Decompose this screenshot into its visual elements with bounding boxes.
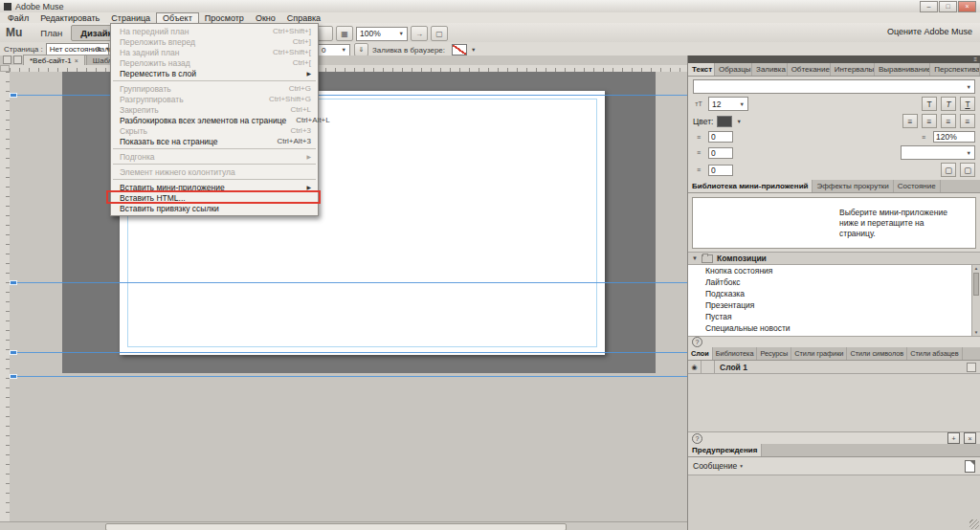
maximize-button[interactable]: □ bbox=[939, 1, 957, 12]
doc-nav-forward-icon[interactable] bbox=[13, 55, 22, 64]
delete-layer-button[interactable]: × bbox=[964, 432, 976, 444]
guide-line[interactable] bbox=[10, 282, 687, 283]
space-after-field[interactable] bbox=[708, 165, 733, 176]
close-button[interactable]: × bbox=[958, 1, 976, 12]
object-menu-item[interactable]: Скрыть Ctrl+3 bbox=[111, 125, 318, 136]
object-menu-item[interactable]: Подгонка ▶ bbox=[111, 151, 318, 162]
chevron-down-icon[interactable]: ▼ bbox=[471, 47, 476, 53]
layer-target-box[interactable] bbox=[967, 363, 976, 372]
italic-button[interactable]: T bbox=[941, 97, 956, 111]
close-tab-icon[interactable]: × bbox=[75, 57, 78, 64]
object-menu-item[interactable]: На передний план Ctrl+Shift+] bbox=[111, 26, 318, 36]
panel-tab[interactable]: Ресурсы bbox=[757, 347, 791, 360]
panel-tab[interactable]: Библиотека bbox=[713, 347, 758, 360]
layer-lock-cell[interactable] bbox=[702, 361, 715, 373]
object-menu-item[interactable]: Вставить HTML... bbox=[111, 192, 318, 203]
object-menu-item[interactable]: Разгруппировать Ctrl+Shift+G bbox=[111, 94, 318, 104]
fill-options-icon[interactable]: ▢ bbox=[431, 26, 448, 41]
guide-handle[interactable] bbox=[10, 280, 17, 285]
panel-tab[interactable]: Стили графики bbox=[791, 347, 847, 360]
object-menu-item[interactable]: На задний план Ctrl+Shift+[ bbox=[111, 47, 318, 57]
object-menu-item[interactable]: Закрепить Ctrl+L bbox=[111, 104, 318, 115]
document-tab[interactable]: *Веб-сайт-1 × bbox=[23, 55, 85, 65]
message-caret-icon[interactable]: ▾ bbox=[740, 463, 743, 469]
menubar-item[interactable]: Файл bbox=[2, 12, 34, 23]
guide-handle[interactable] bbox=[10, 350, 17, 355]
panel-menu-icon[interactable]: ≡ bbox=[973, 56, 977, 62]
scrollbar-thumb[interactable] bbox=[105, 523, 567, 530]
export-icon[interactable]: → bbox=[411, 26, 428, 41]
underline-button[interactable]: T bbox=[960, 97, 975, 111]
message-page-icon[interactable] bbox=[965, 460, 975, 473]
align-justify-button[interactable]: ≡ bbox=[960, 114, 975, 128]
guide-line[interactable] bbox=[10, 376, 687, 377]
leading-field[interactable] bbox=[933, 131, 975, 143]
panel-tab[interactable]: Библиотека мини-приложений bbox=[688, 180, 813, 192]
panel-tab[interactable]: Предупреждения bbox=[688, 444, 762, 456]
scrollbar-thumb[interactable] bbox=[973, 273, 979, 296]
new-layer-button[interactable]: + bbox=[947, 432, 960, 444]
corner-value-select[interactable]: 0 ▼ bbox=[318, 44, 350, 56]
object-menu-item[interactable]: Вставить мини-приложение ▶ bbox=[111, 182, 318, 192]
menubar-item[interactable]: Окно bbox=[250, 12, 281, 23]
panel-tab[interactable]: Эффекты прокрутки bbox=[813, 180, 893, 192]
object-menu-item[interactable]: Вставить привязку ссылки bbox=[111, 203, 318, 213]
object-menu-item[interactable]: Переложить назад Ctrl+[ bbox=[111, 57, 318, 68]
rate-adobe-muse-link[interactable]: Оцените Adobe Muse bbox=[887, 27, 972, 36]
panel-tab[interactable]: Перспектива bbox=[930, 63, 980, 76]
widget-group-header[interactable]: ▼ Композиции bbox=[688, 252, 980, 265]
text-color-swatch[interactable] bbox=[717, 116, 732, 127]
align-left-button[interactable]: ≡ bbox=[902, 114, 918, 128]
menubar-item[interactable]: Страница bbox=[105, 12, 156, 23]
layer-visibility-toggle[interactable]: ◉ bbox=[688, 361, 702, 373]
panel-tab[interactable]: Выравнивание bbox=[875, 63, 930, 76]
scroll-up-icon[interactable]: ▲ bbox=[972, 265, 980, 272]
object-menu-item[interactable]: Показать все на странице Ctrl+Alt+3 bbox=[111, 136, 318, 146]
panel-tab[interactable]: Состояние bbox=[894, 180, 941, 192]
menubar-item[interactable]: Справка bbox=[281, 12, 326, 23]
widget-list-item[interactable]: Лайтбокс bbox=[688, 276, 980, 288]
layer-row[interactable]: ◉ Слой 1 bbox=[688, 361, 980, 374]
guide-handle[interactable] bbox=[10, 374, 17, 379]
minimize-button[interactable]: – bbox=[920, 1, 938, 12]
bold-button[interactable]: T bbox=[922, 97, 937, 111]
menubar-item[interactable]: Просмотр bbox=[199, 12, 250, 23]
object-menu-item[interactable]: Разблокировка всех элементов на странице… bbox=[111, 115, 318, 125]
widget-list-item[interactable]: Кнопка состояния bbox=[688, 265, 980, 276]
panel-tab[interactable]: Образцы bbox=[715, 63, 752, 76]
help-icon[interactable]: ? bbox=[692, 337, 702, 347]
indent-field[interactable] bbox=[708, 131, 733, 143]
panel-tab[interactable]: Заливка bbox=[752, 63, 788, 76]
object-menu-item[interactable]: Группировать Ctrl+G bbox=[111, 83, 318, 94]
browser-fill-swatch[interactable] bbox=[452, 44, 467, 55]
help-icon[interactable]: ? bbox=[692, 433, 702, 444]
list-style-button[interactable]: ▢ bbox=[941, 163, 956, 177]
grid-preview-icon[interactable]: ▦ bbox=[336, 26, 353, 41]
paragraph-style-select[interactable]: ▼ bbox=[901, 145, 975, 160]
chevron-down-icon[interactable]: ▼ bbox=[736, 119, 741, 124]
panel-tab[interactable]: Слои bbox=[688, 347, 713, 360]
widget-list-item[interactable]: Презентация bbox=[688, 299, 980, 311]
object-menu-item[interactable]: Переместить в слой ▶ bbox=[111, 68, 318, 78]
widget-list-scrollbar[interactable]: ▲ ▼ bbox=[971, 265, 980, 336]
horizontal-scrollbar[interactable] bbox=[10, 521, 687, 530]
widget-list-item[interactable]: Пустая bbox=[688, 311, 980, 322]
guide-line[interactable] bbox=[10, 352, 687, 353]
object-menu-item[interactable]: Элемент нижнего колонтитула bbox=[111, 166, 318, 177]
menubar-item[interactable]: Редактировать bbox=[34, 12, 105, 23]
align-center-button[interactable]: ≡ bbox=[922, 114, 937, 128]
font-family-select[interactable]: ▼ bbox=[693, 79, 975, 94]
scroll-down-icon[interactable]: ▼ bbox=[972, 329, 980, 336]
panel-tab[interactable]: Стили символов bbox=[847, 347, 907, 360]
align-right-button[interactable]: ≡ bbox=[941, 114, 956, 128]
case-style-button[interactable]: ▢ bbox=[960, 163, 975, 177]
expand-triangle-icon[interactable]: ▼ bbox=[692, 255, 698, 261]
arrow-down-icon[interactable]: ⇓ bbox=[354, 43, 368, 56]
panel-tab[interactable]: Обтекание bbox=[788, 63, 831, 76]
doc-nav-back-icon[interactable] bbox=[3, 55, 11, 64]
window-titlebar[interactable]: Adobe Muse – □ × bbox=[0, 0, 980, 13]
font-size-select[interactable]: 12 ▼ bbox=[708, 97, 748, 111]
widget-list-item[interactable]: Специальные новости bbox=[688, 322, 980, 334]
menubar-item[interactable]: Объект bbox=[156, 12, 199, 23]
panel-tab[interactable]: Текст bbox=[688, 63, 715, 76]
